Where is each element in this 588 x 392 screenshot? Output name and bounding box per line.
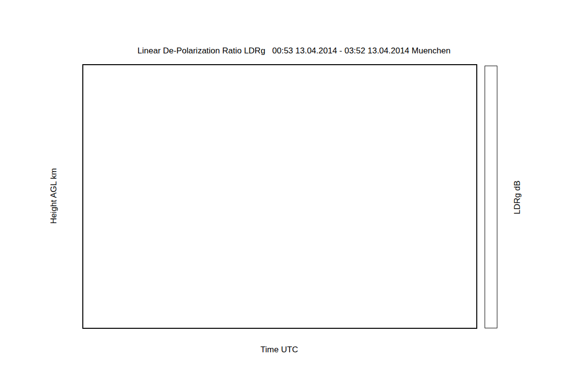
colorbar-frame [485, 66, 497, 328]
chart-title: Linear De-Polarization Ratio LDRg 00:53 … [0, 46, 588, 56]
y-axis-title: Height AGL km [49, 147, 60, 245]
figure: Linear De-Polarization Ratio LDRg 00:53 … [0, 0, 588, 392]
plot-frame [82, 64, 477, 329]
x-axis-title: Time UTC [230, 345, 328, 355]
colorbar-title: LDRg dB [513, 158, 523, 237]
